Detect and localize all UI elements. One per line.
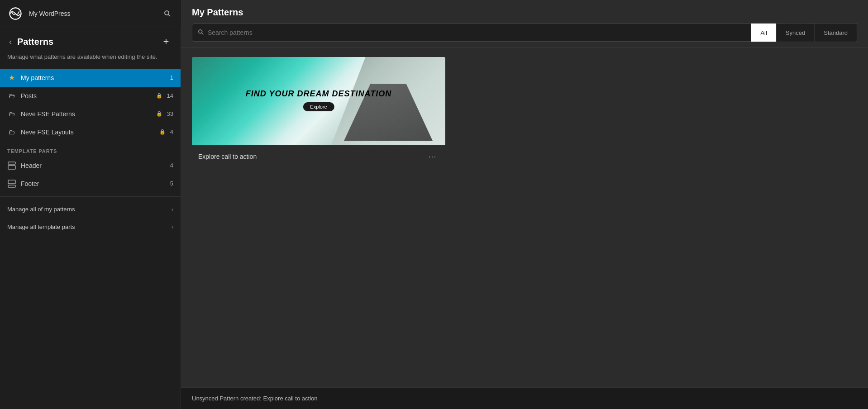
filter-tabs: All Synced Standard bbox=[751, 23, 857, 42]
svg-rect-5 bbox=[8, 180, 15, 184]
search-icon bbox=[198, 29, 204, 37]
sidebar-header: ‹ Patterns + bbox=[0, 27, 181, 52]
folder-icon: 🗁 bbox=[7, 91, 16, 100]
chevron-right-icon: › bbox=[172, 224, 173, 230]
sidebar-nav: ★ My patterns 1 🗁 Posts 🔒 14 🗁 Neve FSE … bbox=[0, 69, 181, 236]
manage-my-patterns-link[interactable]: Manage all of my patterns › bbox=[0, 200, 181, 218]
status-bar: Unsynced Pattern created: Explore call t… bbox=[181, 387, 868, 409]
svg-point-1 bbox=[165, 11, 169, 15]
lock-icon: 🔒 bbox=[159, 129, 166, 135]
chevron-right-icon: › bbox=[172, 206, 173, 213]
main-header: My Patterns All Synced Standard bbox=[181, 0, 868, 48]
add-pattern-button[interactable]: + bbox=[159, 34, 173, 49]
top-bar: My WordPress bbox=[0, 0, 181, 27]
sidebar-item-neve-fse-patterns[interactable]: 🗁 Neve FSE Patterns 🔒 33 bbox=[0, 105, 181, 123]
sidebar-divider bbox=[0, 196, 181, 197]
svg-line-8 bbox=[202, 33, 204, 34]
back-button[interactable]: ‹ bbox=[7, 35, 14, 48]
pattern-menu-button[interactable]: ⋯ bbox=[425, 151, 439, 162]
sidebar-item-label: Header bbox=[21, 162, 166, 169]
sidebar-item-label: Neve FSE Patterns bbox=[21, 110, 152, 118]
sidebar-item-count: 14 bbox=[167, 92, 173, 99]
main-panel: My Patterns All Synced Standard bbox=[181, 0, 868, 409]
pattern-name: Explore call to action bbox=[198, 153, 425, 160]
pattern-explore-button: Explore bbox=[303, 102, 334, 111]
sidebar-description: Manage what patterns are available when … bbox=[0, 52, 181, 69]
site-title: My WordPress bbox=[29, 10, 156, 17]
filter-tab-standard[interactable]: Standard bbox=[815, 24, 857, 42]
sidebar-item-label: Posts bbox=[21, 92, 152, 100]
sidebar-item-label: Neve FSE Layouts bbox=[21, 128, 155, 136]
status-message: Unsynced Pattern created: Explore call t… bbox=[192, 395, 317, 402]
sidebar-item-count: 4 bbox=[170, 162, 173, 169]
folder-icon: 🗁 bbox=[7, 109, 16, 119]
filter-tab-synced[interactable]: Synced bbox=[777, 24, 815, 42]
pattern-footer: Explore call to action ⋯ bbox=[192, 145, 445, 168]
sidebar-item-neve-fse-layouts[interactable]: 🗁 Neve FSE Layouts 🔒 4 bbox=[0, 123, 181, 141]
patterns-grid: FIND YOUR DREAM DESTINATION Explore Expl… bbox=[181, 48, 868, 387]
sidebar-item-label: Footer bbox=[21, 180, 166, 187]
wp-logo bbox=[7, 5, 24, 22]
search-input[interactable] bbox=[208, 29, 745, 36]
sidebar-item-count: 5 bbox=[170, 180, 173, 187]
page-title: My Patterns bbox=[192, 7, 857, 18]
template-part-icon bbox=[7, 179, 16, 188]
template-parts-section-label: TEMPLATE PARTS bbox=[0, 141, 181, 157]
lock-icon: 🔒 bbox=[156, 93, 162, 99]
lock-icon: 🔒 bbox=[156, 111, 162, 117]
template-part-icon bbox=[7, 161, 16, 170]
star-icon: ★ bbox=[7, 73, 16, 82]
sidebar: ‹ Patterns + Manage what patterns are av… bbox=[0, 0, 181, 409]
manage-template-parts-label: Manage all template parts bbox=[7, 224, 75, 230]
svg-line-2 bbox=[168, 14, 170, 16]
sidebar-title: Patterns bbox=[17, 37, 155, 47]
sidebar-item-header[interactable]: Header 4 bbox=[0, 157, 181, 175]
manage-my-patterns-label: Manage all of my patterns bbox=[7, 206, 75, 213]
sidebar-item-count: 33 bbox=[167, 110, 173, 117]
sidebar-item-posts[interactable]: 🗁 Posts 🔒 14 bbox=[0, 87, 181, 105]
filter-tab-all[interactable]: All bbox=[751, 24, 776, 42]
sidebar-item-label: My patterns bbox=[21, 74, 166, 81]
topbar-search-button[interactable] bbox=[161, 7, 174, 20]
sidebar-item-my-patterns[interactable]: ★ My patterns 1 bbox=[0, 69, 181, 87]
search-filter-row: All Synced Standard bbox=[192, 23, 857, 42]
pattern-text-overlay: FIND YOUR DREAM DESTINATION Explore bbox=[246, 89, 391, 111]
pattern-headline: FIND YOUR DREAM DESTINATION bbox=[246, 89, 391, 99]
sidebar-item-footer[interactable]: Footer 5 bbox=[0, 175, 181, 193]
sidebar-item-count: 4 bbox=[170, 128, 173, 135]
svg-point-7 bbox=[199, 29, 202, 33]
search-box bbox=[192, 24, 751, 42]
svg-rect-6 bbox=[8, 185, 15, 187]
manage-template-parts-link[interactable]: Manage all template parts › bbox=[0, 218, 181, 236]
folder-icon: 🗁 bbox=[7, 128, 16, 137]
sidebar-item-count: 1 bbox=[170, 74, 173, 81]
pattern-preview: FIND YOUR DREAM DESTINATION Explore bbox=[192, 57, 445, 145]
svg-rect-4 bbox=[8, 166, 15, 169]
pattern-card: FIND YOUR DREAM DESTINATION Explore Expl… bbox=[192, 57, 445, 168]
svg-rect-3 bbox=[8, 162, 15, 164]
